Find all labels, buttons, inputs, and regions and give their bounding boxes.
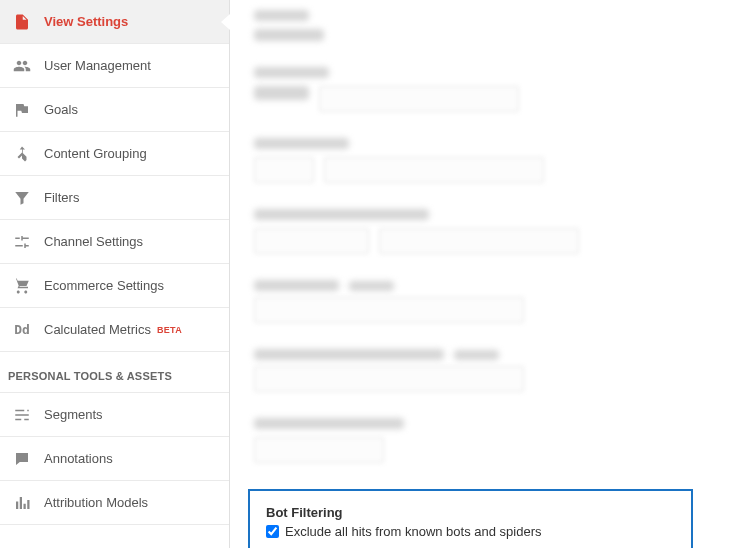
nav-label: Content Grouping [44,146,147,161]
users-icon [12,56,32,76]
bar-chart-icon [12,493,32,513]
bot-filtering-label: Exclude all hits from known bots and spi… [285,524,542,539]
blurred-field-website-url [254,138,713,183]
annotation-icon [12,449,32,469]
blurred-field-default-page [254,280,713,323]
nav-filters[interactable]: Filters [0,176,229,220]
view-settings-panel: Bot Filtering Exclude all hits from know… [230,0,737,548]
bot-filtering-title: Bot Filtering [266,505,675,520]
nav-ecommerce-settings[interactable]: Ecommerce Settings [0,264,229,308]
nav-label: View Settings [44,14,128,29]
personal-tools-header: PERSONAL TOOLS & ASSETS [0,352,229,393]
nav-label: Calculated Metrics [44,322,151,337]
segments-icon [12,405,32,425]
nav-label: User Management [44,58,151,73]
document-icon [12,12,32,32]
nav-attribution-models[interactable]: Attribution Models [0,481,229,525]
nav-channel-settings[interactable]: Channel Settings [0,220,229,264]
blurred-field-currency [254,418,713,463]
beta-badge: BETA [157,325,182,335]
nav-calculated-metrics[interactable]: Dd Calculated Metrics BETA [0,308,229,352]
blurred-field-query-params [254,349,713,392]
nav-view-settings[interactable]: View Settings [0,0,229,44]
bot-filtering-checkbox-row[interactable]: Exclude all hits from known bots and spi… [266,524,675,539]
nav-annotations[interactable]: Annotations [0,437,229,481]
nav-label: Annotations [44,451,113,466]
admin-sidebar: View Settings User Management Goals Cont… [0,0,230,548]
nav-label: Ecommerce Settings [44,278,164,293]
nav-label: Goals [44,102,78,117]
bot-filtering-checkbox[interactable] [266,525,279,538]
nav-segments[interactable]: Segments [0,393,229,437]
nav-label: Attribution Models [44,495,148,510]
nav-label: Segments [44,407,103,422]
blurred-field-view-id [254,10,713,41]
nav-label: Channel Settings [44,234,143,249]
bot-filtering-section: Bot Filtering Exclude all hits from know… [248,489,693,548]
sliders-icon [12,232,32,252]
nav-user-management[interactable]: User Management [0,44,229,88]
flag-icon [12,100,32,120]
cart-icon [12,276,32,296]
nav-goals[interactable]: Goals [0,88,229,132]
nav-content-grouping[interactable]: Content Grouping [0,132,229,176]
blurred-field-view-name [254,67,713,112]
dd-icon: Dd [12,320,32,340]
blurred-field-timezone [254,209,713,254]
nav-label: Filters [44,190,79,205]
funnel-icon [12,188,32,208]
split-arrows-icon [12,144,32,164]
